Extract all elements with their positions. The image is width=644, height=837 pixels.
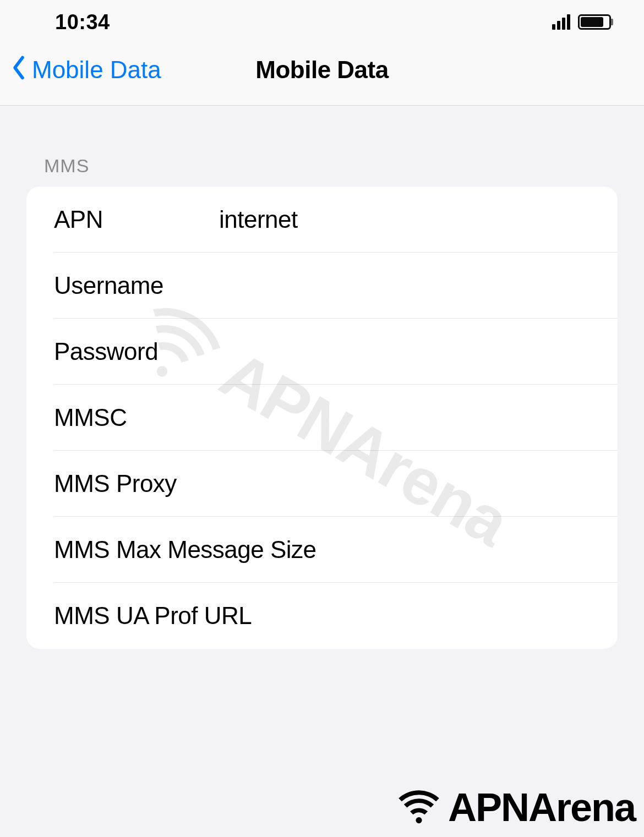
page-title: Mobile Data xyxy=(255,56,388,84)
mms-proxy-field[interactable] xyxy=(219,470,618,497)
chevron-left-icon xyxy=(11,55,26,84)
password-field[interactable] xyxy=(219,338,618,365)
back-button[interactable]: Mobile Data xyxy=(11,55,161,84)
username-row[interactable]: Username xyxy=(26,253,618,319)
signal-icon xyxy=(552,14,570,30)
apn-label: APN xyxy=(54,206,219,233)
apn-row[interactable]: APN xyxy=(26,187,618,253)
apn-field[interactable] xyxy=(219,206,618,233)
svg-point-0 xyxy=(416,817,422,823)
password-label: Password xyxy=(54,338,219,365)
mmsc-label: MMSC xyxy=(54,404,219,431)
username-field[interactable] xyxy=(219,272,618,299)
username-label: Username xyxy=(54,272,219,299)
mms-max-size-label: MMS Max Message Size xyxy=(54,536,316,564)
status-right xyxy=(552,14,611,30)
footer-brand: APNArena xyxy=(394,784,635,830)
mms-ua-prof-field[interactable] xyxy=(252,602,618,630)
mmsc-row[interactable]: MMSC xyxy=(26,385,618,451)
mms-settings-group: APN Username Password MMSC MMS Proxy MMS… xyxy=(26,187,618,649)
back-label: Mobile Data xyxy=(32,56,161,84)
mms-proxy-label: MMS Proxy xyxy=(54,470,219,497)
nav-bar: Mobile Data Mobile Data xyxy=(0,44,644,106)
mms-ua-prof-label: MMS UA Prof URL xyxy=(54,602,252,630)
battery-icon xyxy=(578,14,611,30)
mms-max-size-row[interactable]: MMS Max Message Size xyxy=(26,517,618,583)
section-header-mms: MMS xyxy=(26,106,618,187)
mms-ua-prof-row[interactable]: MMS UA Prof URL xyxy=(26,583,618,649)
password-row[interactable]: Password xyxy=(26,319,618,385)
status-time: 10:34 xyxy=(55,10,110,34)
mms-max-size-field[interactable] xyxy=(316,536,618,564)
status-bar: 10:34 xyxy=(0,0,644,44)
mmsc-field[interactable] xyxy=(219,404,618,431)
brand-text: APNArena xyxy=(448,785,635,830)
content: MMS APN Username Password MMSC MMS Proxy… xyxy=(0,106,644,649)
wifi-icon xyxy=(394,784,444,830)
mms-proxy-row[interactable]: MMS Proxy xyxy=(26,451,618,517)
